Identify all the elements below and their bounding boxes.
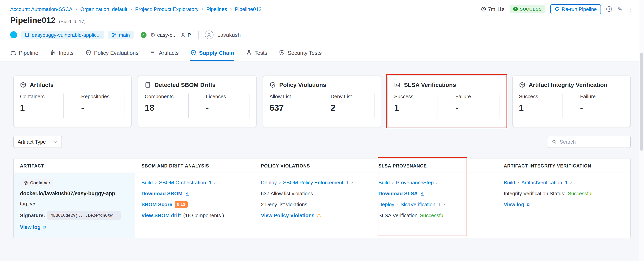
more-options-button[interactable]: ⋮ xyxy=(628,5,634,12)
download-icon[interactable] xyxy=(185,191,190,196)
chevron-down-icon xyxy=(54,140,58,144)
chevron-right-icon: › xyxy=(76,6,77,12)
artifact-name: docker.io/lavakush07/easy-buggy-app xyxy=(20,190,115,197)
flask-icon xyxy=(246,50,252,55)
viewport: Account: Automation-SSCA › Organization:… xyxy=(0,0,644,261)
allow-list-violations: 637 Allow list violations xyxy=(261,190,313,197)
slsa-status-prefix: SLSA Verification xyxy=(378,212,418,219)
artifact-tag: tag: v5 xyxy=(20,201,35,207)
pipeline-execution-page: Account: Automation-SSCA › Organization:… xyxy=(0,0,644,261)
breadcrumb-pipeline012[interactable]: Pipeline012 xyxy=(235,6,262,12)
tab-security-tests[interactable]: Security Tests xyxy=(279,44,322,61)
branch-pill[interactable]: main xyxy=(108,31,134,39)
tab-label: Tests xyxy=(254,49,267,56)
branch-name: main xyxy=(119,32,130,38)
slsa-build-stage-link[interactable]: Build xyxy=(378,179,390,186)
card-policy-violations: Policy Violations Allow List 637 Deny Li… xyxy=(263,75,381,127)
stat-slsa-success: Success 1 xyxy=(394,93,438,118)
avatar-person-icon xyxy=(206,32,212,37)
duration-text: 7m 11s xyxy=(488,6,504,12)
search-box[interactable] xyxy=(548,136,631,148)
artifact-type-select[interactable]: Artifact Type xyxy=(13,136,62,148)
table-row: Container docker.io/lavakush07/easy-bugg… xyxy=(14,173,630,238)
view-log-link[interactable]: View log xyxy=(20,224,40,231)
repository-pill[interactable]: easybuggy-vulnerable-applic... xyxy=(21,31,104,39)
integrity-status-prefix: Integrity Verification Status: xyxy=(504,190,566,197)
integrity-view-log-link[interactable]: View log xyxy=(504,201,524,208)
download-slsa-link[interactable]: Download SLSA xyxy=(378,190,418,197)
run-duration: 7m 11s xyxy=(481,6,504,12)
rerun-label: Re-run Pipeline xyxy=(562,6,597,12)
tab-supply-chain[interactable]: Supply Chain xyxy=(190,44,234,61)
info-button[interactable]: i xyxy=(606,6,612,12)
tab-policy-evaluations[interactable]: Policy Evaluations xyxy=(86,44,138,61)
artifact-integrity-cell: Build › ArtifactVerification_1 › Integri… xyxy=(498,173,630,238)
sbom-stage-link[interactable]: Build xyxy=(142,179,153,186)
status-badge: ✓ SUCCESS xyxy=(510,5,545,13)
tab-inputs[interactable]: Inputs xyxy=(50,44,74,61)
download-icon[interactable] xyxy=(420,191,425,196)
download-sbom-link[interactable]: Download SBOM xyxy=(142,190,182,197)
card-artifact-integrity: Artifact Integrity Verification Success … xyxy=(512,75,631,127)
tab-pipeline[interactable]: Pipeline xyxy=(10,44,38,61)
divider xyxy=(198,31,198,39)
policy-step-link[interactable]: SBOM Policy Enforcement_1 xyxy=(283,179,349,186)
summary-cards: Artifacts Containers 1 Repositories - xyxy=(13,75,631,127)
stat-value: - xyxy=(580,103,624,113)
integrity-stage-link[interactable]: Build xyxy=(504,179,515,186)
status-text: SUCCESS xyxy=(520,7,542,11)
repository-icon xyxy=(25,32,30,37)
build-id: (Build Id: 17) xyxy=(59,19,86,24)
slsa-deploy-stage-link[interactable]: Deploy xyxy=(378,201,394,208)
trigger-user-item[interactable]: P. xyxy=(180,32,192,38)
cube-icon xyxy=(20,82,26,88)
sbom-score-link[interactable]: SBOM Score xyxy=(142,201,172,208)
breadcrumb: Account: Automation-SSCA › Organization:… xyxy=(10,6,262,12)
breadcrumb-organization[interactable]: Organization: default xyxy=(80,6,127,12)
service-config-item[interactable]: ⚙ easy-b... xyxy=(150,32,177,38)
breadcrumb-row: Account: Automation-SSCA › Organization:… xyxy=(10,4,634,14)
container-badge-label: Container xyxy=(30,180,50,185)
tab-label: Pipeline xyxy=(19,49,38,56)
stat-value: 2 xyxy=(330,103,374,113)
breadcrumb-pipelines[interactable]: Pipelines xyxy=(206,6,227,12)
person-icon xyxy=(180,32,186,37)
breadcrumb-project[interactable]: Project: Product Exploratory xyxy=(135,6,198,12)
edit-pipeline-button[interactable]: ✎ xyxy=(618,5,622,12)
shield-lock-icon xyxy=(279,50,285,55)
sbom-step-link[interactable]: SBOM Orchestration_1 xyxy=(159,179,212,186)
tab-label: Inputs xyxy=(59,49,74,56)
rerun-pipeline-button[interactable]: Re-run Pipeline xyxy=(550,4,601,14)
chevron-right-icon: › xyxy=(214,179,216,186)
slsa-provenance-cell: Build › ProvenanceStep › Download SLSA D… xyxy=(372,173,498,238)
stat-value: 637 xyxy=(270,103,313,113)
breadcrumb-account[interactable]: Account: Automation-SSCA xyxy=(10,6,72,12)
container-icon xyxy=(24,181,28,185)
tab-label: Security Tests xyxy=(288,49,322,56)
ci-module-icon xyxy=(10,31,17,38)
view-sbom-drift-link[interactable]: View SBOM drift xyxy=(142,212,181,219)
tab-tests[interactable]: Tests xyxy=(246,44,267,61)
stat-value: - xyxy=(81,103,124,113)
search-input[interactable] xyxy=(560,139,626,145)
col-header-policy: POLICY VIOLATIONS xyxy=(254,159,372,173)
user-avatar[interactable] xyxy=(205,30,213,39)
vertical-scrollbar[interactable] xyxy=(639,0,644,261)
stat-integrity-success: Success 1 xyxy=(519,93,563,118)
stat-licenses: Licenses - xyxy=(188,93,250,118)
stat-containers: Containers 1 xyxy=(20,93,64,118)
tab-artifacts[interactable]: Artifacts xyxy=(150,44,179,61)
signature-label: Signature: xyxy=(20,212,45,219)
shield-icon xyxy=(190,50,196,55)
top-header: Account: Automation-SSCA › Organization:… xyxy=(0,0,644,44)
title-row: Pipeline012 (Build Id: 17) xyxy=(10,16,634,27)
scrollbar-thumb[interactable] xyxy=(640,53,643,151)
list-plus-icon xyxy=(150,50,156,55)
view-policy-violations-link[interactable]: View Policy Violations xyxy=(261,212,314,219)
card-title: Artifact Integrity Verification xyxy=(529,81,607,88)
provenance-step-link[interactable]: ProvenanceStep xyxy=(396,179,434,186)
slsa-verification-step-link[interactable]: SlsaVerification_1 xyxy=(400,201,441,208)
policy-stage-link[interactable]: Deploy xyxy=(261,179,277,186)
artifact-verification-step-link[interactable]: ArtifactVerification_1 xyxy=(522,179,568,186)
tab-label: Artifacts xyxy=(159,49,179,56)
